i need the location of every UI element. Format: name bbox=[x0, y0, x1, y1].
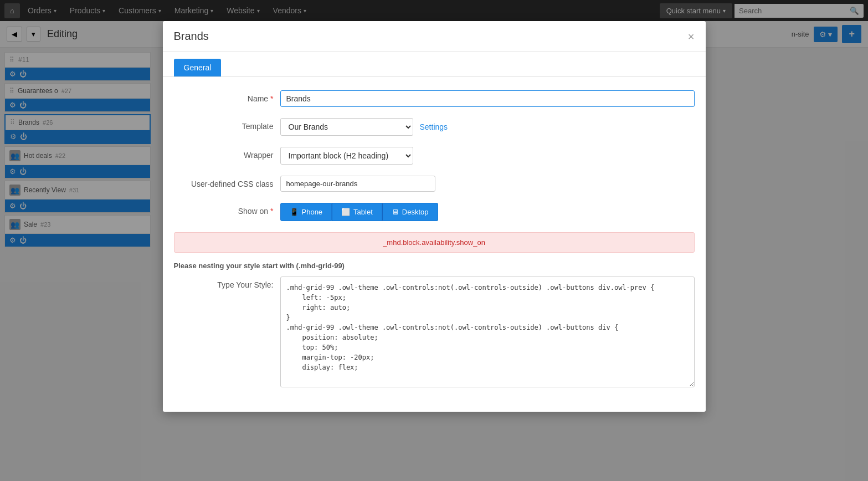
modal-overlay[interactable]: Brands × General Name * Template Our Bra… bbox=[0, 0, 868, 21]
